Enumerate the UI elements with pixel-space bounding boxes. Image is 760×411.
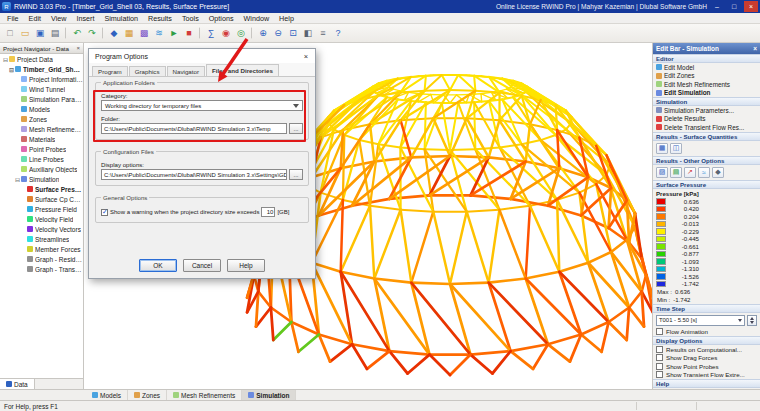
results-tool-icon[interactable]: ≈ (698, 167, 710, 178)
results-tool-icon[interactable]: ◆ (712, 167, 724, 178)
tree-item[interactable]: Materials (0, 134, 83, 144)
tree-item[interactable]: Surface Pressure (0, 184, 83, 194)
dialog-tab[interactable]: Program (92, 66, 128, 76)
navigator-close-icon[interactable]: × (76, 45, 80, 51)
toolbar-icon[interactable]: ≋ (152, 26, 166, 40)
menu-item[interactable]: Help (274, 14, 299, 23)
warning-checkbox[interactable] (101, 209, 108, 216)
tree-item[interactable]: Zones (0, 114, 83, 124)
toolbar-icon[interactable]: ≡ (316, 26, 330, 40)
results-tool-icon[interactable]: ▨ (656, 167, 668, 178)
menu-item[interactable]: Tools (177, 14, 204, 23)
bottom-tab[interactable]: Mesh Refinements (167, 390, 242, 400)
toolbar-icon[interactable]: ◉ (219, 26, 233, 40)
display-option-checkbox[interactable] (656, 346, 663, 353)
simulation-item[interactable]: Delete Transient Flow Res... (653, 123, 760, 132)
results-tool-icon[interactable]: ▦ (656, 143, 668, 154)
tree-item[interactable]: ⊟ Timber_Grid_Shell 03 (0, 64, 83, 74)
toolbar-icon[interactable] (251, 27, 253, 39)
maximize-button[interactable]: □ (727, 1, 741, 12)
tree-item[interactable]: Member Forces (0, 244, 83, 254)
tree-item[interactable]: Auxiliary Objects (0, 164, 83, 174)
toolbar-icon[interactable]: ⊡ (286, 26, 300, 40)
toolbar-icon[interactable]: ▤ (48, 26, 62, 40)
menu-item[interactable]: File (2, 14, 24, 23)
toolbar-icon[interactable]: ∑ (204, 26, 218, 40)
tree-item[interactable]: ⊟ Simulation (0, 174, 83, 184)
toolbar-icon[interactable]: ▩ (137, 26, 151, 40)
menu-item[interactable]: Options (204, 14, 239, 23)
tree-item[interactable]: Streamlines (0, 234, 83, 244)
edit-bar-close-icon[interactable]: × (753, 45, 757, 52)
menu-item[interactable]: Edit (24, 14, 46, 23)
toolbar-icon[interactable]: ↷ (85, 26, 99, 40)
tree-item[interactable]: ⊟ Project Data (0, 54, 83, 64)
toolbar-icon[interactable]: ▦ (122, 26, 136, 40)
toolbar-icon[interactable]: ⊖ (271, 26, 285, 40)
dialog-tab[interactable]: Graphics (129, 66, 166, 76)
tree-item[interactable]: Graph - Residuals (0, 254, 83, 264)
tree-item[interactable]: Velocity Field (0, 214, 83, 224)
folder-input[interactable]: C:\Users\Public\Documents\Dlubal\RWIND S… (101, 123, 287, 134)
display-option-row[interactable]: Show Point Probes (653, 362, 760, 371)
toolbar-icon[interactable]: ? (331, 26, 345, 40)
tree-item[interactable]: Wind Tunnel (0, 84, 83, 94)
bottom-tab[interactable]: Zones (128, 390, 167, 400)
tree-item[interactable]: Point Probes (0, 144, 83, 154)
toolbar-icon[interactable] (65, 27, 67, 39)
toolbar-icon[interactable]: □ (3, 26, 17, 40)
simulation-item[interactable]: Simulation Parameters... (653, 106, 760, 115)
bottom-tab[interactable]: Simulation (242, 390, 296, 400)
tree-item[interactable]: Mesh Refinements (0, 124, 83, 134)
toolbar-icon[interactable] (199, 27, 201, 39)
toolbar-icon[interactable]: ▭ (18, 26, 32, 40)
tree-item[interactable]: Project Information (0, 74, 83, 84)
close-button[interactable]: × (744, 1, 758, 12)
edit-bar-item[interactable]: Edit Mesh Refinements (653, 80, 760, 89)
simulation-item[interactable]: Delete Results (653, 115, 760, 124)
help-button[interactable]: Help (227, 259, 265, 272)
menu-item[interactable]: View (46, 14, 71, 23)
toolbar-icon[interactable]: ▣ (33, 26, 47, 40)
cancel-button[interactable]: Cancel (183, 259, 221, 272)
toolbar-icon[interactable] (102, 27, 104, 39)
dialog-title-bar[interactable]: Program Options × (89, 49, 315, 63)
toolbar-icon[interactable]: ■ (182, 26, 196, 40)
dialog-tab[interactable]: Navigator (167, 66, 205, 76)
tree-item[interactable]: Line Probes (0, 154, 83, 164)
display-option-checkbox[interactable] (656, 363, 663, 370)
tree-item[interactable]: Models (0, 104, 83, 114)
toolbar-icon[interactable]: ⊕ (256, 26, 270, 40)
display-option-row[interactable]: Results on Computational... (653, 345, 760, 354)
tree-item[interactable]: Simulation Parameters (0, 94, 83, 104)
toolbar-icon[interactable]: ◆ (107, 26, 121, 40)
results-tool-icon[interactable]: ↗ (684, 167, 696, 178)
tree-item[interactable]: Velocity Vectors (0, 224, 83, 234)
display-options-input[interactable]: C:\Users\Public\Documents\Dlubal\RWIND S… (101, 169, 287, 180)
tree-expander-icon[interactable]: ⊟ (2, 56, 9, 63)
folder-browse-button[interactable]: ... (289, 123, 303, 134)
toolbar-icon[interactable]: ◎ (234, 26, 248, 40)
results-tool-icon[interactable]: ▤ (670, 167, 682, 178)
toolbar-icon[interactable]: ◧ (301, 26, 315, 40)
display-option-checkbox[interactable] (656, 354, 663, 361)
display-option-row[interactable]: Show Transient Flow Extre... (653, 371, 760, 380)
edit-bar-item[interactable]: Edit Zones (653, 72, 760, 81)
time-step-select[interactable]: T001 - 5.50 [s] (656, 315, 745, 326)
tree-expander-icon[interactable]: ⊟ (8, 66, 15, 73)
minimize-button[interactable]: – (710, 1, 724, 12)
menu-item[interactable]: Window (239, 14, 275, 23)
results-tool-icon[interactable]: ◫ (670, 143, 682, 154)
tree-item[interactable]: Pressure Field (0, 204, 83, 214)
edit-bar-item[interactable]: Edit Simulation (653, 89, 760, 98)
toolbar-icon[interactable]: ► (167, 26, 181, 40)
display-option-checkbox[interactable] (656, 371, 663, 378)
display-option-row[interactable]: Show Drag Forces (653, 354, 760, 363)
ok-button[interactable]: OK (139, 259, 177, 272)
tree-item[interactable]: Surface Cp Coefficient (0, 194, 83, 204)
dialog-tab[interactable]: Files and Directories (206, 64, 279, 76)
flow-animation-checkbox[interactable] (656, 328, 663, 335)
tab-data[interactable]: Data (0, 379, 35, 389)
menu-item[interactable]: Insert (71, 14, 99, 23)
display-options-browse-button[interactable]: ... (289, 169, 303, 180)
